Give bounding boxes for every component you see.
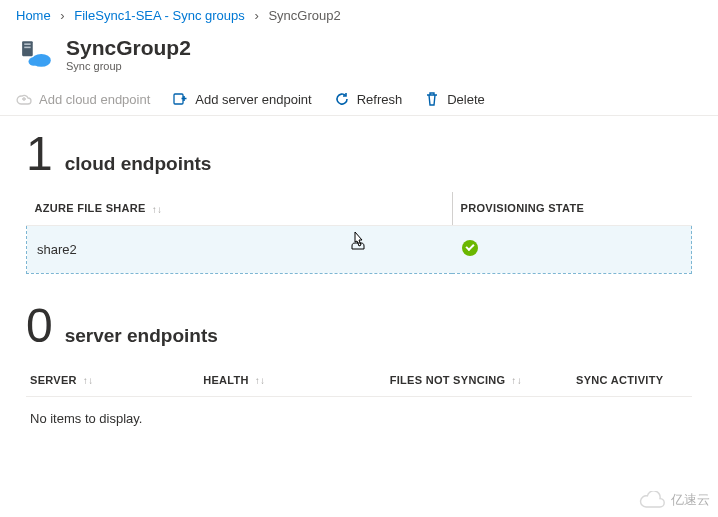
server-endpoints-section: 0 server endpoints Server↑↓ Health↑↓ Fil…	[0, 280, 718, 445]
col-sync-activity[interactable]: Sync Activity	[572, 364, 692, 397]
svg-rect-1	[24, 43, 30, 45]
breadcrumb-home[interactable]: Home	[16, 8, 51, 23]
cell-state	[452, 225, 691, 273]
cloud-endpoints-table: Azure File Share↑↓ Provisioning State sh…	[26, 192, 692, 274]
refresh-icon	[334, 91, 350, 107]
add-server-endpoint-button[interactable]: Add server endpoint	[172, 91, 311, 107]
server-add-icon	[172, 91, 188, 107]
server-endpoints-table: Server↑↓ Health↑↓ Files Not Syncing↑↓ Sy…	[26, 364, 692, 398]
page-subtitle: Sync group	[66, 60, 191, 72]
chevron-right-icon: ›	[254, 8, 258, 23]
col-health[interactable]: Health↑↓	[199, 364, 385, 397]
cloud-endpoint-count: 1	[26, 130, 53, 178]
success-icon	[462, 240, 478, 256]
sort-icon: ↑↓	[152, 204, 163, 215]
watermark: 亿速云	[639, 491, 710, 509]
table-row[interactable]: share2	[27, 225, 692, 273]
sort-icon: ↑↓	[511, 375, 522, 386]
add-cloud-endpoint-button: Add cloud endpoint	[16, 91, 150, 107]
col-azure-file-share[interactable]: Azure File Share↑↓	[27, 192, 453, 225]
cell-share: share2	[27, 225, 453, 273]
breadcrumb-current: SyncGroup2	[268, 8, 340, 23]
refresh-button[interactable]: Refresh	[334, 91, 403, 107]
cloud-add-icon	[16, 91, 32, 107]
col-provisioning-state[interactable]: Provisioning State	[452, 192, 691, 225]
sync-group-icon	[20, 37, 54, 71]
col-server[interactable]: Server↑↓	[26, 364, 199, 397]
cloud-endpoints-section: 1 cloud endpoints Azure File Share↑↓ Pro…	[0, 116, 718, 280]
empty-message: No items to display.	[26, 397, 692, 440]
cloud-logo-icon	[639, 491, 667, 509]
toolbar: Add cloud endpoint Add server endpoint R…	[0, 82, 718, 116]
sort-icon: ↑↓	[255, 375, 266, 386]
server-endpoint-count: 0	[26, 302, 53, 350]
chevron-right-icon: ›	[60, 8, 64, 23]
col-files-not-syncing[interactable]: Files Not Syncing↑↓	[386, 364, 572, 397]
svg-point-4	[29, 57, 40, 66]
delete-button[interactable]: Delete	[424, 91, 485, 107]
server-endpoint-label: server endpoints	[65, 325, 218, 347]
svg-rect-2	[24, 46, 30, 48]
breadcrumb-parent[interactable]: FileSync1-SEA - Sync groups	[74, 8, 245, 23]
page-title: SyncGroup2	[66, 35, 191, 60]
trash-icon	[424, 91, 440, 107]
breadcrumb: Home › FileSync1-SEA - Sync groups › Syn…	[0, 0, 718, 29]
page-header: SyncGroup2 Sync group	[0, 29, 718, 82]
sort-icon: ↑↓	[83, 375, 94, 386]
cloud-endpoint-label: cloud endpoints	[65, 153, 212, 175]
